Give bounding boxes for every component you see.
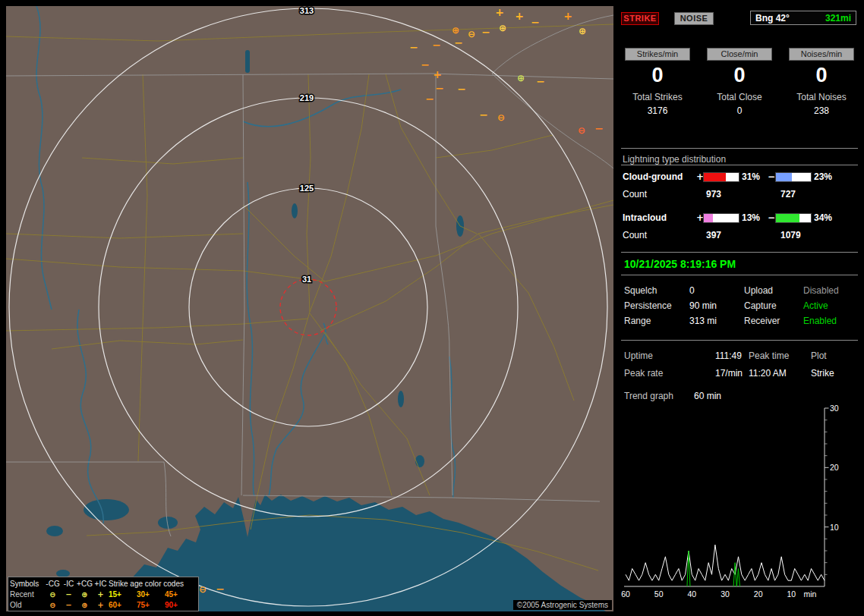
strike-symbol: + — [495, 6, 504, 18]
strike-symbol: − — [457, 83, 466, 95]
radar-map[interactable]: 313 219 125 31 ++⊕⊖−⊕⊕−+−−−−+⊕−−−−−⊖⊖−⊖− — [6, 6, 613, 611]
strike-symbol: ⊕ — [517, 73, 525, 83]
uptime-label: Uptime — [624, 350, 653, 361]
total-strikes-label: Total Strikes — [621, 92, 694, 102]
total-close-value: 0 — [703, 105, 776, 116]
cg-positive-bar — [703, 172, 739, 182]
legend-symbols-title: Symbols — [10, 580, 45, 588]
legend-row-old: Old⊖−⊕+60+75+90+ — [10, 599, 197, 610]
strike-symbol: − — [481, 26, 490, 38]
plot-value: Strike — [811, 368, 834, 379]
lake — [46, 526, 63, 536]
capture-status: Active — [803, 300, 828, 311]
upload-label: Upload — [744, 285, 773, 296]
intracloud-count-row: Count 397 1079 — [623, 230, 858, 240]
strike-symbol: − — [425, 93, 434, 105]
lake — [84, 499, 129, 520]
persistence-label: Persistence — [624, 300, 672, 311]
noises-per-min-button[interactable]: Noises/min — [789, 48, 854, 61]
trend-series — [626, 545, 825, 586]
ic-negative-bar — [775, 213, 812, 223]
plot-header: Plot — [811, 350, 827, 361]
close-column: Close/min 0 Total Close 0 — [703, 48, 776, 116]
divider — [621, 252, 858, 253]
copyright: ©2005 Astrogenic Systems — [513, 600, 612, 610]
cg-positive-pct: 31% — [742, 171, 760, 182]
strike-symbol: + — [515, 10, 524, 22]
axis-label: 60 — [621, 589, 630, 599]
receiver-label: Receiver — [744, 316, 780, 326]
range-value: 313 mi — [689, 316, 717, 326]
squelch-value: 0 — [689, 285, 695, 296]
cloud-ground-row: Cloud-ground + 31% − 23% — [623, 171, 858, 182]
ring-label-313: 313 — [300, 6, 314, 15]
legend-strike-symbol: − — [61, 601, 77, 609]
noise-indicator[interactable]: NOISE — [674, 12, 714, 25]
ic-negative-count: 1079 — [780, 230, 801, 240]
radar-map-panel[interactable]: 313 219 125 31 ++⊕⊖−⊕⊕−+−−−−+⊕−−−−−⊖⊖−⊖−… — [6, 6, 613, 611]
strike-symbol: − — [435, 82, 444, 94]
legend-header: Symbols -CG -IC +CG +IC Strike age color… — [10, 578, 197, 589]
strike-indicator[interactable]: STRIKE — [621, 12, 659, 25]
uptime-value: 111:49 — [715, 350, 742, 361]
close-per-min-button[interactable]: Close/min — [707, 48, 772, 61]
legend-col-pos-cg: +CG — [77, 580, 93, 588]
axis-label: 50 — [654, 589, 664, 599]
persistence-value: 90 min — [689, 300, 717, 311]
strike-symbol: ⊖ — [468, 29, 475, 39]
lake — [292, 203, 298, 218]
strike-symbol: ⊖ — [578, 125, 585, 136]
legend-strike-symbol: ⊕ — [77, 601, 93, 609]
strike-symbol: ⊕ — [452, 25, 459, 36]
legend-age-code: 30+ — [137, 590, 165, 599]
legend-row-label: Old — [10, 601, 45, 609]
strike-symbol: − — [432, 39, 441, 51]
distribution-title: Lightning type distribution — [623, 154, 726, 165]
map-legend: Symbols -CG -IC +CG +IC Strike age color… — [8, 577, 199, 611]
count-label: Count — [623, 230, 647, 240]
bearing-range: 321mi — [825, 13, 851, 24]
axis-label: 30 — [830, 404, 839, 413]
legend-strike-symbol: + — [93, 601, 109, 609]
strikes-per-min-button[interactable]: Strikes/min — [625, 48, 690, 61]
legend-age-code: 60+ — [109, 601, 137, 609]
ring-label-219: 219 — [300, 93, 314, 102]
strike-rate-line — [626, 545, 825, 580]
upload-status: Disabled — [803, 285, 839, 296]
total-strikes-value: 3176 — [621, 105, 694, 116]
intracloud-row: Intracloud + 13% − 34% — [623, 212, 858, 223]
legend-age-code: 90+ — [165, 601, 193, 609]
strike-symbol: + — [563, 10, 572, 22]
legend-col-pos-ic: +IC — [93, 580, 109, 588]
close-per-min-value: 0 — [703, 64, 776, 86]
count-label: Count — [623, 189, 647, 200]
axis-label: 10 — [787, 589, 796, 599]
strike-symbol: ⊖ — [199, 584, 207, 595]
status-panel: STRIKE NOISE Bng 42° 321mi Strikes/min 0… — [620, 6, 861, 611]
total-noises-label: Total Noises — [785, 92, 858, 102]
ic-positive-count: 397 — [706, 230, 721, 240]
trend-window-value: 60 min — [694, 391, 721, 401]
legend-strike-symbol: − — [61, 590, 77, 599]
trend-graph: 102030605040302010min — [620, 401, 861, 611]
legend-age-title: Strike age color codes — [109, 580, 193, 588]
strike-symbol: − — [536, 75, 545, 87]
bearing-display: Bng 42° 321mi — [750, 11, 856, 25]
bearing-label: Bng 42° — [755, 13, 790, 24]
cg-negative-bar — [775, 172, 812, 182]
legend-strike-symbol: ⊖ — [45, 590, 61, 599]
capture-label: Capture — [744, 300, 777, 311]
peak-time-header: Peak time — [749, 350, 789, 361]
strike-symbol: + — [433, 68, 442, 80]
total-close-label: Total Close — [703, 92, 776, 102]
total-noises-value: 238 — [785, 105, 858, 116]
ic-positive-bar — [703, 213, 739, 223]
legend-row-label: Recent — [10, 590, 45, 599]
cg-negative-pct: 23% — [814, 171, 832, 182]
uptime-row: Uptime 111:49 Peak time Plot — [624, 350, 858, 362]
legend-strike-symbol: + — [93, 590, 109, 599]
ic-negative-pct: 34% — [814, 212, 832, 223]
strikes-per-min-value: 0 — [621, 64, 694, 86]
peak-rate-value: 17/min — [715, 368, 743, 379]
peak-time-value: 11:20 AM — [749, 368, 787, 379]
